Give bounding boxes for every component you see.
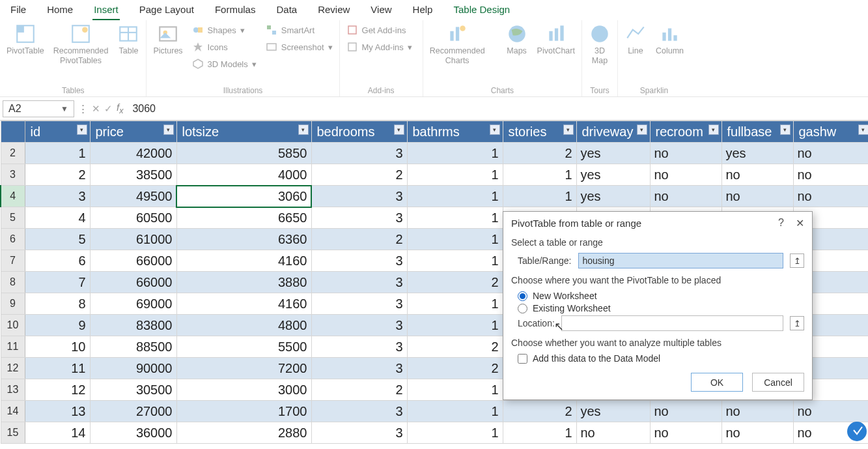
cell[interactable]: 9 (25, 315, 90, 336)
cell[interactable]: 6650 (176, 207, 311, 229)
cell[interactable]: 3 (311, 336, 407, 358)
cancel-button[interactable]: Cancel (752, 373, 804, 392)
cell[interactable]: 3 (311, 143, 407, 164)
row-header[interactable]: 6 (1, 229, 25, 250)
cell[interactable]: 49500 (90, 186, 176, 207)
fx-icon[interactable]: fx (117, 102, 123, 115)
chevron-down-icon[interactable]: ▼ (61, 104, 68, 113)
cell[interactable]: 13 (25, 401, 90, 422)
row-header[interactable]: 11 (1, 336, 25, 358)
filter-icon[interactable]: ▾ (394, 124, 404, 135)
collapse-dialog-icon-2[interactable]: ↥ (790, 316, 804, 330)
column-header-gashw[interactable]: gashw▾ (793, 121, 868, 143)
recommended-charts-button[interactable]: Recommended Charts (427, 23, 488, 66)
cell[interactable]: 3 (311, 207, 407, 229)
row-header[interactable]: 3 (1, 164, 25, 186)
smartart-button[interactable]: SmartArt (263, 23, 335, 37)
cell[interactable]: 42000 (90, 143, 176, 164)
cell[interactable]: 3060 (176, 186, 311, 207)
maps-button[interactable]: Maps (503, 23, 531, 56)
cell[interactable]: 30500 (90, 379, 176, 401)
cell[interactable]: 66000 (90, 250, 176, 272)
sparkline-column-button[interactable]: Column (653, 23, 686, 56)
cell[interactable]: 1 (407, 293, 503, 315)
cell[interactable]: 90000 (90, 358, 176, 379)
tab-home[interactable]: Home (46, 2, 74, 20)
help-button[interactable]: ? (778, 217, 784, 229)
cell[interactable]: 2 (503, 401, 576, 422)
cell[interactable]: 1 (407, 250, 503, 272)
3dmodels-button[interactable]: 3D Models ▾ (189, 57, 259, 71)
cell[interactable]: 2 (311, 379, 407, 401)
cell[interactable]: 5 (25, 229, 90, 250)
column-header-recroom[interactable]: recroom▾ (650, 121, 721, 143)
cell[interactable]: 61000 (90, 229, 176, 250)
cell[interactable]: no (793, 164, 868, 186)
row-header[interactable]: 8 (1, 272, 25, 293)
cell[interactable]: 12 (25, 379, 90, 401)
get-addins-button[interactable]: Get Add-ins (344, 23, 415, 37)
formula-input[interactable]: 3060 (127, 103, 868, 115)
cell[interactable]: 1700 (176, 401, 311, 422)
cell[interactable]: yes (576, 186, 650, 207)
cell[interactable]: 83800 (90, 315, 176, 336)
cell[interactable]: 4 (25, 207, 90, 229)
cell[interactable]: 7 (25, 272, 90, 293)
enter-formula-icon[interactable]: ✓ (104, 103, 113, 115)
tab-data[interactable]: Data (275, 2, 298, 20)
cell[interactable]: 3 (311, 272, 407, 293)
tab-file[interactable]: File (9, 2, 27, 20)
cell[interactable]: yes (576, 143, 650, 164)
cell[interactable]: no (793, 401, 868, 422)
row-header[interactable]: 13 (1, 379, 25, 401)
cell[interactable]: no (793, 186, 868, 207)
column-header-stories[interactable]: stories▾ (503, 121, 576, 143)
cell[interactable]: 1 (25, 143, 90, 164)
cell[interactable]: 14 (25, 422, 90, 444)
cell[interactable]: 1 (407, 229, 503, 250)
column-header-fullbase[interactable]: fullbase▾ (721, 121, 793, 143)
column-header-price[interactable]: price▾ (90, 121, 176, 143)
row-header[interactable]: 7 (1, 250, 25, 272)
my-addins-button[interactable]: My Add-ins ▾ (344, 40, 415, 54)
recommended-pivottables-button[interactable]: Recommended PivotTables (51, 23, 111, 66)
cell[interactable]: 2 (407, 272, 503, 293)
select-all-corner[interactable] (1, 121, 25, 143)
filter-icon[interactable]: ▾ (708, 124, 719, 135)
cell[interactable]: 3 (311, 401, 407, 422)
row-header[interactable]: 9 (1, 293, 25, 315)
cell[interactable]: 1 (407, 379, 503, 401)
cell[interactable]: 8 (25, 293, 90, 315)
cell[interactable]: 1 (407, 143, 503, 164)
name-box[interactable]: A2▼ (3, 100, 74, 117)
cell[interactable]: 3 (311, 422, 407, 444)
filter-icon[interactable]: ▾ (858, 124, 869, 135)
filter-icon[interactable]: ▾ (780, 124, 791, 135)
screenshot-button[interactable]: Screenshot ▾ (263, 40, 335, 54)
row-header[interactable]: 15 (1, 422, 25, 444)
3dmap-button[interactable]: 3D Map (586, 23, 613, 66)
cell[interactable]: 69000 (90, 293, 176, 315)
cell[interactable]: 3 (311, 358, 407, 379)
cell[interactable]: no (650, 186, 721, 207)
cell[interactable]: 3 (311, 186, 407, 207)
cell[interactable]: 1 (503, 422, 576, 444)
cell[interactable]: yes (576, 164, 650, 186)
row-header[interactable]: 14 (1, 401, 25, 422)
icons-button[interactable]: Icons (189, 40, 259, 54)
column-header-lotsize[interactable]: lotsize▾ (176, 121, 311, 143)
cell[interactable]: 88500 (90, 336, 176, 358)
row-header[interactable]: 2 (1, 143, 25, 164)
cell[interactable]: 2 (407, 336, 503, 358)
cell[interactable]: 7200 (176, 358, 311, 379)
cell[interactable]: 10 (25, 336, 90, 358)
cell[interactable]: 3 (311, 315, 407, 336)
cell[interactable]: 66000 (90, 272, 176, 293)
data-model-checkbox[interactable] (518, 354, 527, 364)
cell[interactable]: 1 (503, 186, 576, 207)
filter-icon[interactable]: ▾ (563, 124, 574, 135)
cell[interactable]: 2 (25, 164, 90, 186)
row-header[interactable]: 5 (1, 207, 25, 229)
row-header[interactable]: 12 (1, 358, 25, 379)
tab-table-design[interactable]: Table Design (452, 2, 511, 20)
